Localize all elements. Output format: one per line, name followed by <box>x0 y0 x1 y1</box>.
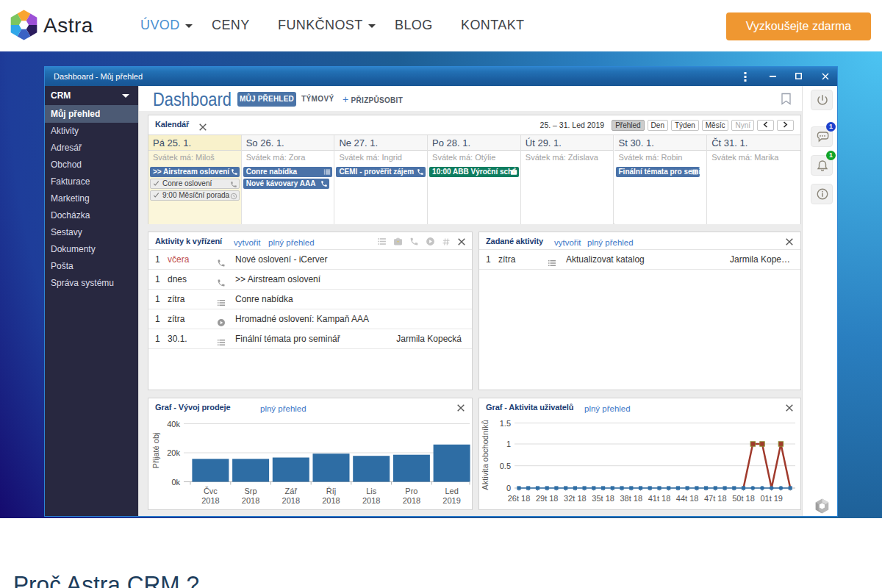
svg-text:0k: 0k <box>171 478 180 487</box>
svg-text:41t 18: 41t 18 <box>648 494 671 503</box>
svg-text:38t 18: 38t 18 <box>620 494 643 503</box>
svg-text:Říj: Říj <box>326 487 336 495</box>
svg-text:Přijaté obj: Přijaté obj <box>151 433 160 469</box>
svg-text:40k: 40k <box>167 420 180 429</box>
svg-text:Srp: Srp <box>245 487 257 495</box>
svg-text:2018: 2018 <box>282 496 300 505</box>
svg-text:29t 18: 29t 18 <box>536 494 559 503</box>
svg-text:Pro: Pro <box>405 487 417 495</box>
svg-text:2018: 2018 <box>403 496 420 505</box>
svg-text:35t 18: 35t 18 <box>592 494 614 503</box>
svg-text:Zář: Zář <box>285 487 298 495</box>
svg-text:Aktivita obchodníků: Aktivita obchodníků <box>481 420 490 490</box>
svg-text:0.5: 0.5 <box>500 462 511 470</box>
svg-text:Lis: Lis <box>366 487 377 495</box>
svg-text:47t 18: 47t 18 <box>704 494 727 503</box>
svg-text:20k: 20k <box>167 448 180 457</box>
svg-text:50t 18: 50t 18 <box>732 494 755 503</box>
svg-text:2018: 2018 <box>362 496 380 505</box>
svg-text:1.5: 1.5 <box>500 419 511 428</box>
svg-text:2018: 2018 <box>322 496 340 505</box>
svg-text:Čvc: Čvc <box>204 487 218 495</box>
svg-text:26t 18: 26t 18 <box>508 494 531 503</box>
svg-text:01t 19: 01t 19 <box>760 494 783 503</box>
svg-text:2018: 2018 <box>242 496 259 505</box>
svg-text:2018: 2018 <box>201 496 219 505</box>
svg-text:44t 18: 44t 18 <box>676 494 699 503</box>
svg-text:1: 1 <box>506 440 511 448</box>
svg-text:2019: 2019 <box>442 496 460 505</box>
svg-text:32t 18: 32t 18 <box>564 494 587 503</box>
svg-text:Led: Led <box>445 487 458 495</box>
svg-text:0: 0 <box>506 484 511 492</box>
